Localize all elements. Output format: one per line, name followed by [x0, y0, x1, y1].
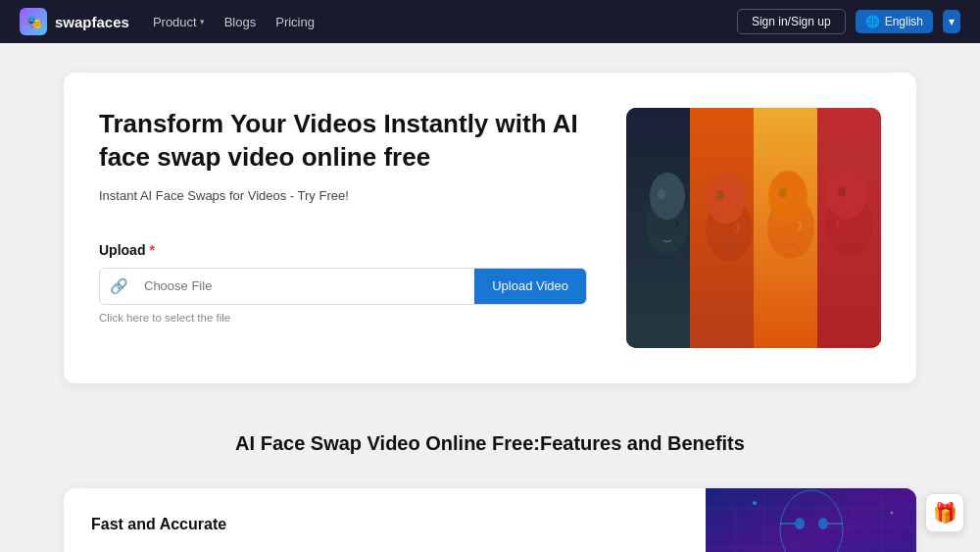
language-button[interactable]: 🌐 English [856, 10, 933, 33]
hero-left-panel: Transform Your Videos Instantly with AI … [99, 108, 587, 324]
file-input[interactable] [138, 269, 474, 304]
upload-hint: Click here to select the file [99, 312, 587, 324]
brand-name: swapfaces [55, 14, 129, 30]
section2-title: AI Face Swap Video Online Free:Features … [0, 432, 980, 455]
svg-point-30 [818, 518, 828, 529]
feature-title: Fast and Accurate [91, 516, 678, 533]
nav-pricing[interactable]: Pricing [275, 15, 315, 29]
navbar-right: Sign in/Sign up 🌐 English ▾ [737, 9, 960, 34]
nav-links: Product ▾ Blogs Pricing [153, 15, 315, 29]
chevron-down-icon: ▾ [949, 15, 955, 28]
required-indicator: * [149, 242, 154, 258]
language-dropdown-button[interactable]: ▾ [943, 10, 960, 33]
hero-image [626, 108, 881, 348]
brand-link[interactable]: 🎭 swapfaces [20, 8, 129, 35]
hero-section: Transform Your Videos Instantly with AI … [64, 73, 916, 383]
hero-subtitle: Instant AI Face Swaps for Videos - Try F… [99, 188, 587, 203]
hero-right-panel [626, 108, 881, 348]
chevron-down-icon: ▾ [200, 17, 205, 26]
features-text-panel: Fast and Accurate [64, 488, 706, 552]
nav-product[interactable]: Product ▾ [153, 15, 205, 29]
features-image-panel [706, 488, 916, 552]
svg-rect-17 [706, 488, 916, 552]
navbar: 🎭 swapfaces Product ▾ Blogs Pricing Sign… [0, 0, 980, 43]
signin-button[interactable]: Sign in/Sign up [737, 9, 846, 34]
nav-blogs[interactable]: Blogs [224, 15, 257, 29]
svg-point-33 [753, 501, 757, 505]
svg-rect-16 [626, 108, 881, 348]
tech-face-illustration [706, 488, 916, 552]
brand-logo-icon: 🎭 [20, 8, 47, 35]
upload-video-button[interactable]: Upload Video [474, 269, 586, 304]
globe-icon: 🌐 [865, 15, 880, 28]
faces-illustration [626, 108, 881, 348]
svg-point-35 [891, 512, 894, 515]
features-card: Fast and Accurate [64, 488, 916, 552]
upload-row: 🔗 Upload Video [99, 268, 587, 305]
hero-title: Transform Your Videos Instantly with AI … [99, 108, 587, 175]
gift-icon: 🎁 [933, 501, 957, 525]
upload-label: Upload * [99, 242, 587, 258]
gift-button[interactable]: 🎁 [925, 493, 964, 532]
section2: AI Face Swap Video Online Free:Features … [0, 413, 980, 488]
svg-point-29 [795, 518, 805, 529]
link-icon: 🔗 [100, 269, 138, 304]
